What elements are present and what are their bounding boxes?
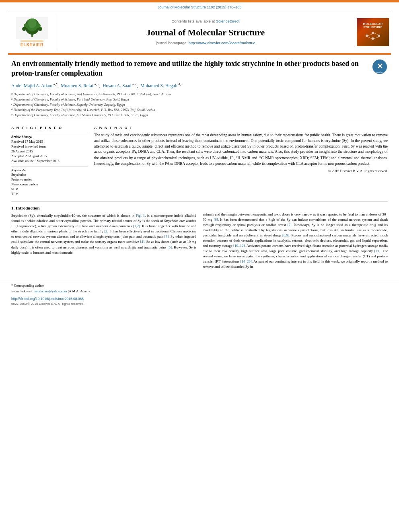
header-center: Contents lists available at ScienceDirec…: [56, 15, 355, 49]
footnote-email-line: E-mail address: majidadam@yahoo.com (A.M…: [11, 289, 388, 294]
body-right-col: animals and the margin between therapeut…: [203, 205, 388, 271]
main-content: An environmentally friendly method to re…: [0, 55, 399, 278]
keywords-label: Keywords:: [11, 168, 88, 173]
journal-title: Journal of Molecular Structure: [146, 27, 265, 39]
body-left-col: 1. Introduction Strychnine (Sy), chemica…: [11, 205, 196, 271]
footnote-email-link[interactable]: majidadam@yahoo.com: [33, 289, 67, 293]
svg-point-8: [366, 35, 368, 37]
author-refat[interactable]: Moamen S. Refat: [61, 83, 93, 88]
abstract-header: A B S T R A C T: [94, 125, 388, 131]
svg-text:✕: ✕: [377, 62, 383, 70]
ref-2[interactable]: [2]: [104, 229, 109, 233]
footer-doi[interactable]: http://dx.doi.org/10.1016/j.molstruc.201…: [11, 297, 388, 302]
sciencedirect-link[interactable]: ScienceDirect: [216, 19, 240, 23]
homepage-line: journal homepage: http://www.elsevier.co…: [156, 40, 255, 45]
svg-point-10: [378, 35, 380, 37]
svg-line-14: [374, 37, 379, 39]
author-hegab[interactable]: Mohamed S. Hegab: [140, 83, 177, 88]
history-revised-date: 26 August 2015: [11, 149, 88, 154]
copyright-line: © 2015 Elsevier B.V. All rights reserved…: [94, 168, 388, 174]
affil-c: c Department of Chemistry, Faculty of Sc…: [11, 103, 388, 107]
history-accepted: Accepted 29 August 2015: [11, 154, 88, 159]
cover-title: MOLECULAR STRUCTURE: [363, 23, 383, 29]
history-online: Available online 3 September 2015: [11, 159, 88, 164]
article-title: An environmentally friendly method to re…: [11, 59, 368, 78]
authors-line: Abdel Majid A. Adam a,*, Moamen S. Refat…: [11, 82, 388, 89]
keywords-section: Keywords: Strychnine Proton-transfer Nan…: [11, 166, 88, 197]
homepage-url[interactable]: http://www.elsevier.com/locate/molstruc: [189, 41, 255, 45]
journal-ref-line: Journal of Molecular Structure 1102 (201…: [8, 5, 391, 10]
ref-5[interactable]: [5]: [167, 245, 172, 249]
ref-4[interactable]: [4]: [140, 240, 144, 244]
section1-right-text: animals and the margin between therapeut…: [203, 212, 388, 270]
history-revised-label: Received in revised form: [11, 144, 88, 149]
article-info-header: A R T I C L E I N F O: [11, 125, 88, 131]
ref-7[interactable]: [7]: [287, 223, 292, 227]
crossmark: ✕ CrossMark: [372, 59, 388, 75]
svg-text:CrossMark: CrossMark: [374, 71, 386, 74]
svg-point-7: [38, 27, 42, 31]
ref-3[interactable]: [3]: [165, 234, 169, 238]
keyword-proton: Proton-transfer: [11, 177, 88, 182]
keyword-tem: TEM: [11, 192, 88, 197]
keyword-sem: SEM: [11, 187, 88, 192]
ref-10-12[interactable]: [10–12]: [233, 244, 245, 248]
history-received: Received 17 May 2015: [11, 140, 88, 144]
svg-point-3: [28, 18, 36, 28]
page-footer: * Corresponding author. E-mail address: …: [0, 281, 399, 308]
ref-8-9[interactable]: [8,9]: [282, 233, 289, 237]
author-saad[interactable]: Hosam A. Saad: [103, 83, 131, 88]
keyword-strychnine: Strychnine: [11, 173, 88, 177]
journal-cover: MOLECULAR STRUCTURE: [355, 15, 391, 49]
ref-6[interactable]: [6]: [214, 218, 218, 222]
elsevier-tree-icon: [16, 17, 48, 39]
footnote-corresponding: * Corresponding author.: [11, 283, 388, 288]
section1-left-text: Strychnine (Sy), chemically strychnidin-…: [11, 213, 196, 255]
affil-a: a Department of Chemistry, Faculty of Sc…: [11, 92, 388, 97]
cover-image: MOLECULAR STRUCTURE: [357, 18, 389, 46]
fig1-link[interactable]: Fig. 1: [136, 214, 145, 218]
svg-point-11: [372, 37, 374, 40]
elsevier-wordmark: ELSEVIER: [21, 41, 43, 48]
abstract-col: A B S T R A C T The study of toxic and c…: [94, 125, 388, 197]
svg-line-13: [374, 33, 378, 35]
svg-line-12: [368, 34, 372, 36]
article-history: Article history: Received 17 May 2015 Re…: [11, 133, 88, 163]
affil-b: b Department of Chemistry, Faculty of Sc…: [11, 97, 388, 102]
article-info-col: A R T I C L E I N F O Article history: R…: [11, 125, 88, 197]
ref-14-28[interactable]: [14–28]: [240, 259, 252, 263]
header-area: Journal of Molecular Structure 1102 (201…: [0, 2, 399, 53]
contents-line: Contents lists available at ScienceDirec…: [172, 18, 240, 24]
abstract-text: The study of toxic and carcinogenic subs…: [94, 133, 388, 167]
author-adam[interactable]: Abdel Majid A. Adam: [11, 83, 52, 88]
history-label: Article history:: [11, 135, 88, 140]
page: Journal of Molecular Structure 1102 (201…: [0, 0, 399, 532]
section1-title: 1. Introduction: [11, 205, 196, 211]
svg-line-15: [368, 37, 372, 39]
body-section: 1. Introduction Strychnine (Sy), chemica…: [11, 205, 388, 271]
affil-e: e Department of Chemistry, Faculty of Sc…: [11, 113, 388, 118]
article-title-section: An environmentally friendly method to re…: [11, 59, 388, 78]
svg-point-9: [372, 32, 374, 34]
article-info-abstract: A R T I C L E I N F O Article history: R…: [11, 125, 388, 197]
elsevier-logo: ELSEVIER: [8, 15, 56, 49]
footer-issn: 0022-2860/© 2015 Elsevier B.V. All right…: [11, 302, 388, 306]
affiliations: a Department of Chemistry, Faculty of Sc…: [11, 92, 388, 117]
header-content: ELSEVIER Contents lists available at Sci…: [8, 12, 391, 53]
keyword-nanoporous: Nanoporous carbon: [11, 182, 88, 187]
svg-point-6: [22, 27, 26, 31]
ref-1-2[interactable]: [1,2]: [133, 224, 140, 228]
rule-2: [11, 201, 388, 202]
ref-13[interactable]: [13]: [374, 249, 380, 253]
affil-d: d Deanship of the Preparatory Year, Taif…: [11, 108, 388, 113]
rule-1: [11, 122, 388, 122]
